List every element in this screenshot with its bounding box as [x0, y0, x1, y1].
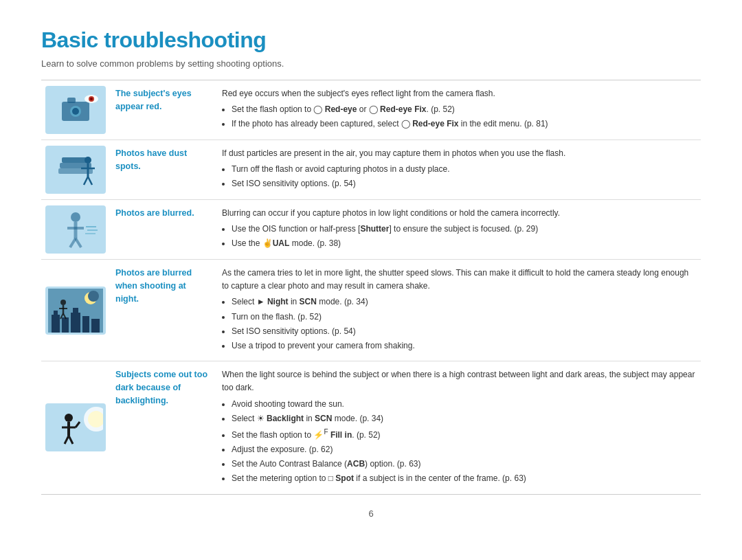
list-item: If the photo has already been captured, … — [232, 117, 695, 131]
svg-point-37 — [60, 300, 66, 305]
table-row: Photos are blurred.Blurring can occur if… — [41, 200, 701, 260]
page-title: Basic troubleshooting — [41, 27, 701, 53]
list-item: Turn on the flash. (p. 52) — [232, 311, 695, 324]
table-row: Photos are blurred when shooting at nigh… — [41, 260, 701, 361]
row-bullets-blurred: Use the OIS function or half-press [Shut… — [222, 223, 695, 250]
list-item: Use the OIS function or half-press [Shut… — [232, 223, 695, 236]
row-content-red-eye: Red eye occurs when the subject's eyes r… — [216, 80, 701, 140]
row-bullets-backlight: Avoid shooting toward the sun.Select ☀ B… — [222, 398, 695, 486]
svg-point-4 — [72, 108, 79, 115]
list-item: Set the Auto Contrast Balance (ACB) opti… — [232, 458, 695, 471]
row-label-text-dust: Photos have dust spots. — [115, 147, 211, 173]
svg-rect-28 — [52, 315, 60, 333]
row-label-red-eye: The subject's eyes appear red. — [110, 80, 216, 140]
row-desc-dust: If dust particles are present in the air… — [222, 147, 695, 160]
svg-rect-29 — [54, 311, 58, 315]
row-label-text-blurred: Photos are blurred. — [115, 207, 211, 220]
row-desc-backlight: When the light source is behind the subj… — [222, 368, 695, 394]
row-bullets-red-eye: Set the flash option to ◯ Red-eye or ◯ R… — [222, 103, 695, 131]
row-desc-blurred: Blurring can occur if you capture photos… — [222, 207, 695, 220]
row-label-text-night: Photos are blurred when shooting at nigh… — [115, 267, 211, 305]
night-icon — [45, 287, 106, 335]
row-image-backlight — [41, 361, 110, 494]
svg-rect-33 — [82, 316, 89, 333]
row-content-night: As the camera tries to let in more light… — [216, 260, 701, 361]
troubleshooting-table: The subject's eyes appear red.Red eye oc… — [41, 80, 701, 494]
row-image-night — [41, 260, 110, 361]
bottom-divider — [41, 494, 701, 495]
list-item: Set ISO sensitivity options. (p. 54) — [232, 325, 695, 338]
row-bullets-night: Select ► Night in SCN mode. (p. 34)Turn … — [222, 295, 695, 352]
list-item: Select ► Night in SCN mode. (p. 34) — [232, 295, 695, 309]
svg-rect-31 — [71, 313, 80, 333]
row-label-dust: Photos have dust spots. — [110, 140, 216, 200]
list-item: Select ☀ Backlight in SCN mode. (p. 34) — [232, 412, 695, 425]
svg-rect-30 — [62, 317, 69, 333]
page-number: 6 — [41, 508, 701, 519]
svg-rect-34 — [91, 319, 100, 333]
svg-rect-2 — [67, 98, 76, 103]
row-desc-night: As the camera tries to let in more light… — [222, 267, 695, 293]
row-label-backlight: Subjects come out too dark because of ba… — [110, 361, 216, 494]
row-content-backlight: When the light source is behind the subj… — [216, 361, 701, 494]
red-eye-icon — [45, 86, 106, 134]
blurred-icon — [45, 205, 106, 254]
list-item: Adjust the exposure. (p. 62) — [232, 443, 695, 456]
svg-point-45 — [65, 414, 73, 422]
row-label-text-red-eye: The subject's eyes appear red. — [115, 87, 211, 113]
list-item: Set the flash option to ⚡F Fill in. (p. … — [232, 427, 695, 442]
row-label-night: Photos are blurred when shooting at nigh… — [110, 260, 216, 361]
dust-icon — [45, 146, 106, 194]
row-image-blurred — [41, 200, 110, 260]
list-item: Use the ✌UAL mode. (p. 38) — [232, 237, 695, 250]
row-label-blurred: Photos are blurred. — [110, 200, 216, 260]
list-item: Avoid shooting toward the sun. — [232, 398, 695, 411]
svg-point-36 — [88, 291, 99, 302]
table-row: Subjects come out too dark because of ba… — [41, 361, 701, 494]
row-desc-red-eye: Red eye occurs when the subject's eyes r… — [222, 87, 695, 100]
svg-point-7 — [90, 98, 93, 100]
row-image-red-eye — [41, 80, 110, 140]
row-bullets-dust: Turn off the flash or avoid capturing ph… — [222, 163, 695, 190]
backlight-icon — [45, 403, 106, 451]
list-item: Use a tripod to prevent your camera from… — [232, 339, 695, 352]
svg-point-18 — [71, 212, 80, 222]
table-row: Photos have dust spots.If dust particles… — [41, 140, 701, 200]
row-label-text-backlight: Subjects come out too dark because of ba… — [115, 368, 211, 407]
list-item: Set ISO sensitivity options. (p. 54) — [232, 177, 695, 190]
svg-point-12 — [85, 157, 91, 164]
svg-rect-32 — [73, 308, 78, 313]
list-item: Set the metering option to □ Spot if a s… — [232, 472, 695, 485]
page-subtitle: Learn to solve common problems by settin… — [41, 58, 701, 69]
row-content-dust: If dust particles are present in the air… — [216, 140, 701, 200]
row-content-blurred: Blurring can occur if you capture photos… — [216, 200, 701, 260]
table-row: The subject's eyes appear red.Red eye oc… — [41, 80, 701, 140]
list-item: Set the flash option to ◯ Red-eye or ◯ R… — [232, 103, 695, 116]
list-item: Turn off the flash or avoid capturing ph… — [232, 163, 695, 176]
row-image-dust — [41, 140, 110, 200]
